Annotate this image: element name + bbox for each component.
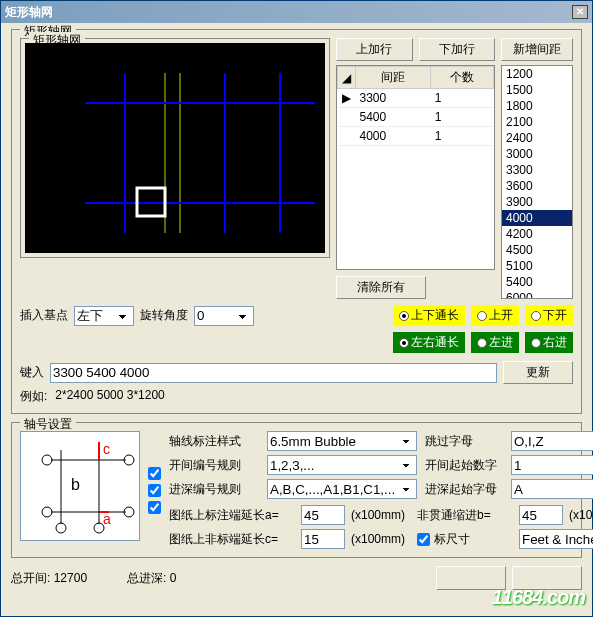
ext-a-unit: (x100mm) [351,508,411,522]
ext-a-label: 图纸上标注端延长a= [169,507,295,524]
spacing-table[interactable]: ◢ 间距 个数 ▶ 3300 1 [336,65,495,270]
list-item[interactable]: 1500 [502,82,572,98]
grid-preview [25,43,325,253]
list-item[interactable]: 2100 [502,114,572,130]
ext-c-label: 图纸上非标端延长c= [169,531,295,548]
skip-letter-input[interactable] [511,431,593,451]
radio-left-right-full[interactable]: 左右通长 [393,332,465,353]
span-start-label: 开间起始数字 [425,457,503,474]
radio-left-in[interactable]: 左进 [471,332,519,353]
update-button[interactable]: 更新 [503,361,573,384]
radio-dot-icon [531,338,541,348]
total-span: 总开间: 12700 [11,570,87,587]
depth-start-label: 进深起始字母 [425,481,503,498]
axis-settings-fieldset: 轴号设置 [11,422,582,558]
diagram-label-c: c [103,441,110,457]
depth-start-select[interactable]: A [511,479,593,499]
main-fieldset: 矩形轴网 矩形轴网 [11,29,582,414]
table-row[interactable]: 4000 1 [338,127,494,146]
footer-button-1[interactable] [436,566,506,590]
list-item[interactable]: 3300 [502,162,572,178]
list-item[interactable]: 4200 [502,226,572,242]
add-row-below-button[interactable]: 下加行 [419,38,496,61]
clear-all-button[interactable]: 清除所有 [336,276,426,299]
table-header-count: 个数 [431,67,494,89]
rotation-select[interactable]: 0 [194,306,254,326]
radio-dot-icon [399,338,409,348]
insert-base-select[interactable]: 左下 [74,306,134,326]
new-spacing-button[interactable]: 新增间距 [501,38,573,61]
radio-up-open[interactable]: 上开 [471,305,519,326]
table-row[interactable]: 5400 1 [338,108,494,127]
style-label: 轴线标注样式 [169,433,259,450]
shrink-b-label: 非贯通缩进b= [417,507,513,524]
radio-up-down-full[interactable]: 上下通长 [393,305,465,326]
svg-point-16 [42,455,52,465]
footer-button-2[interactable] [512,566,582,590]
list-item[interactable]: 4500 [502,242,572,258]
list-item[interactable]: 5400 [502,274,572,290]
shrink-b-input[interactable] [519,505,563,525]
list-item[interactable]: 2400 [502,130,572,146]
diagram-label-a: a [103,511,111,527]
ext-c-input[interactable] [301,529,345,549]
radio-down-open[interactable]: 下开 [525,305,573,326]
add-row-above-button[interactable]: 上加行 [336,38,413,61]
ext-c-unit: (x100mm) [351,532,411,546]
radio-dot-icon [399,311,409,321]
span-rule-label: 开间编号规则 [169,457,259,474]
example-label: 例如: [20,388,47,405]
dim-label: 标尺寸 [434,531,470,548]
span-start-select[interactable]: 1 [511,455,593,475]
span-rule-select[interactable]: 1,2,3,... [267,455,417,475]
list-item[interactable]: 3900 [502,194,572,210]
dim-select[interactable]: Feet & Inches [519,529,593,549]
ext-a-input[interactable] [301,505,345,525]
total-depth: 总进深: 0 [127,570,176,587]
close-button[interactable]: ✕ [572,5,588,19]
list-item[interactable]: 3600 [502,178,572,194]
table-header-marker: ◢ [338,67,356,89]
check-span-rule[interactable] [148,484,161,497]
list-item[interactable]: 1800 [502,98,572,114]
preview-fieldset: 矩形轴网 [20,38,330,258]
table-header-spacing: 间距 [356,67,431,89]
axis-diagram: c b a [20,431,140,541]
radio-dot-icon [477,338,487,348]
spacing-listbox[interactable]: 1200150018002100240030003300360039004000… [501,65,573,299]
depth-rule-label: 进深编号规则 [169,481,259,498]
radio-dot-icon [531,311,541,321]
key-input-field[interactable] [50,363,497,383]
check-depth-rule[interactable] [148,501,161,514]
list-item[interactable]: 5100 [502,258,572,274]
rotation-label: 旋转角度 [140,307,188,324]
list-item[interactable]: 3000 [502,146,572,162]
list-item[interactable]: 6000 [502,290,572,299]
dim-checkbox[interactable] [417,533,430,546]
example-value: 2*2400 5000 3*1200 [55,388,164,405]
list-item[interactable]: 4000 [502,210,572,226]
radio-dot-icon [477,311,487,321]
title-bar: 矩形轴网 ✕ [1,1,592,23]
check-style[interactable] [148,467,161,480]
shrink-b-unit: (x100mm) [569,508,593,522]
svg-point-14 [56,523,66,533]
diagram-label-b: b [71,476,80,493]
window-title: 矩形轴网 [5,4,572,21]
radio-right-in[interactable]: 右进 [525,332,573,353]
skip-letter-label: 跳过字母 [425,433,503,450]
svg-point-17 [42,507,52,517]
table-row[interactable]: ▶ 3300 1 [338,89,494,108]
depth-rule-select[interactable]: A,B,C,...,A1,B1,C1,... [267,479,417,499]
key-input-label: 键入 [20,364,44,381]
style-select[interactable]: 6.5mm Bubble [267,431,417,451]
list-item[interactable]: 1200 [502,66,572,82]
insert-base-label: 插入基点 [20,307,68,324]
